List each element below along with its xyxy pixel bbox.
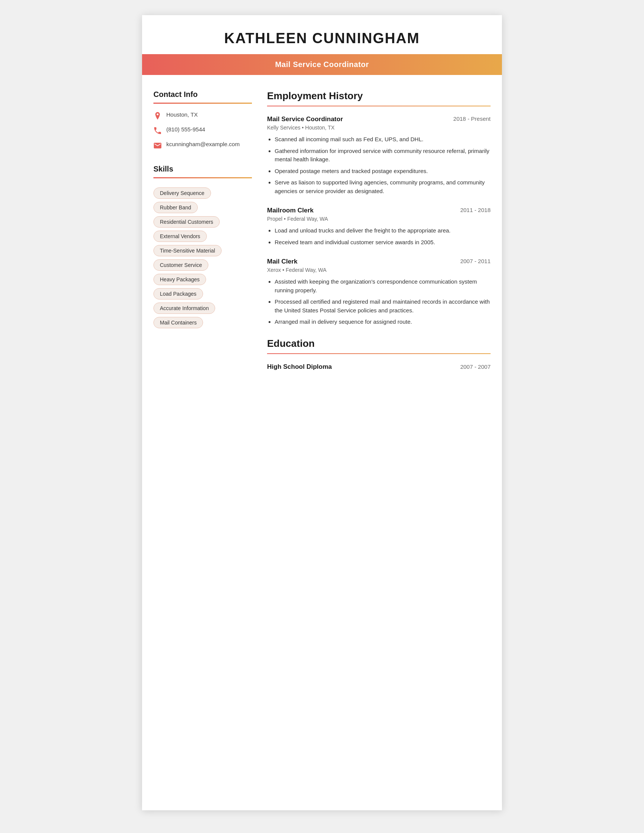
job-company: Xerox • Federal Way, WA [267,267,491,273]
job-dates: 2011 - 2018 [460,207,491,213]
job-bullet: Received team and individual customer se… [275,238,491,247]
job-bullet: Serve as liaison to supported living age… [275,178,491,195]
job-title: Mail Service Coordinator [267,116,343,123]
main-section: Employment History Mail Service Coordina… [267,90,491,382]
job-bullet: Arranged mail in delivery sequence for a… [275,318,491,326]
skills-section: Skills Delivery SequenceRubber BandResid… [153,165,252,330]
job-entry: Mail Service Coordinator2018 - PresentKe… [267,116,491,195]
job-company: Kelly Services • Houston, TX [267,125,491,130]
edu-dates: 2007 - 2007 [460,363,491,370]
contact-email-text: kcunningham@example.com [166,141,240,147]
employment-section: Employment History Mail Service Coordina… [267,90,491,326]
job-dates: 2018 - Present [454,116,491,122]
skills-section-title: Skills [153,165,252,174]
contact-phone: (810) 555-9544 [153,126,252,135]
skill-tag: Delivery Sequence [153,187,211,199]
jobs-list: Mail Service Coordinator2018 - PresentKe… [267,116,491,326]
resume-document: KATHLEEN CUNNINGHAM Mail Service Coordin… [142,15,502,810]
job-title: Mail Clerk [267,258,297,265]
job-bullet: Assisted with keeping the organization's… [275,278,491,294]
skill-tag: Accurate Information [153,302,215,314]
job-header: Mail Service Coordinator2018 - Present [267,116,491,123]
skills-list: Delivery SequenceRubber BandResidential … [153,186,252,330]
location-icon [153,112,162,120]
job-company: Propel • Federal Way, WA [267,216,491,222]
contact-section: Contact Info Houston, TX [153,90,252,150]
skill-tag: Load Packages [153,288,203,299]
contact-phone-text: (810) 555-9544 [166,126,205,132]
phone-icon [153,127,162,135]
contact-section-title: Contact Info [153,90,252,99]
job-bullet: Operated postage meters and tracked post… [275,167,491,176]
education-section: Education High School Diploma2007 - 2007 [267,338,491,371]
email-icon [153,141,162,150]
job-bullet: Load and unload trucks and deliver the f… [275,227,491,235]
job-bullets: Load and unload trucks and deliver the f… [267,227,491,246]
job-header: Mail Clerk2007 - 2011 [267,258,491,265]
job-bullet: Scanned all incoming mail such as Fed Ex… [275,135,491,144]
employment-divider [267,106,491,106]
skill-tag: Residential Customers [153,216,220,228]
skill-tag: Mail Containers [153,317,203,328]
skill-tag: Heavy Packages [153,274,206,285]
job-title: Mailroom Clerk [267,207,314,214]
sidebar: Contact Info Houston, TX [153,90,252,382]
contact-location: Houston, TX [153,111,252,120]
contact-email: kcunningham@example.com [153,141,252,150]
job-entry: Mail Clerk2007 - 2011Xerox • Federal Way… [267,258,491,326]
skills-divider [153,177,252,178]
skill-tag: External Vendors [153,231,207,242]
education-divider [267,353,491,354]
skill-tag: Customer Service [153,259,208,271]
education-entry: High School Diploma2007 - 2007 [267,363,491,371]
job-entry: Mailroom Clerk2011 - 2018Propel • Federa… [267,207,491,246]
main-content: Contact Info Houston, TX [142,90,502,382]
edu-degree: High School Diploma [267,363,332,371]
skill-tag: Rubber Band [153,202,198,213]
title-bar: Mail Service Coordinator [142,54,502,75]
job-bullet: Gathered information for improved servic… [275,147,491,164]
skill-tag: Time-Sensitive Material [153,245,222,256]
candidate-name: KATHLEEN CUNNINGHAM [142,15,502,54]
job-bullet: Processed all certified and registered m… [275,298,491,315]
contact-location-text: Houston, TX [166,111,198,118]
contact-divider [153,103,252,104]
edu-header: High School Diploma2007 - 2007 [267,363,491,371]
education-section-title: Education [267,338,491,349]
job-header: Mailroom Clerk2011 - 2018 [267,207,491,214]
employment-section-title: Employment History [267,90,491,102]
candidate-title: Mail Service Coordinator [275,60,369,69]
education-list: High School Diploma2007 - 2007 [267,363,491,371]
job-bullets: Scanned all incoming mail such as Fed Ex… [267,135,491,195]
job-dates: 2007 - 2011 [460,258,491,264]
job-bullets: Assisted with keeping the organization's… [267,278,491,326]
